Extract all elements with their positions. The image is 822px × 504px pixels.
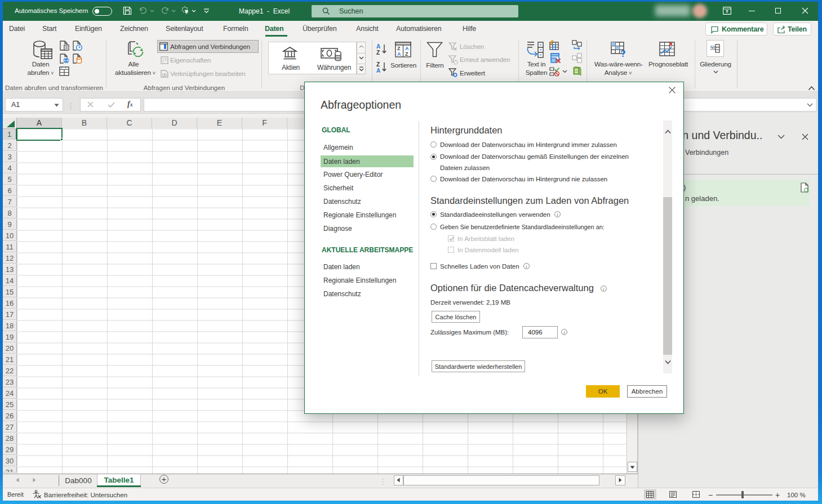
svg-text:Z: Z [376, 61, 380, 68]
svg-text:A: A [397, 51, 401, 57]
svg-text:Z: Z [397, 46, 401, 51]
svg-text:A: A [405, 46, 409, 51]
svg-text:A: A [376, 43, 380, 50]
svg-text:A: A [376, 68, 380, 74]
svg-text:Z: Z [376, 50, 380, 56]
svg-text:Z: Z [405, 51, 408, 57]
svg-text:?: ? [620, 49, 626, 59]
